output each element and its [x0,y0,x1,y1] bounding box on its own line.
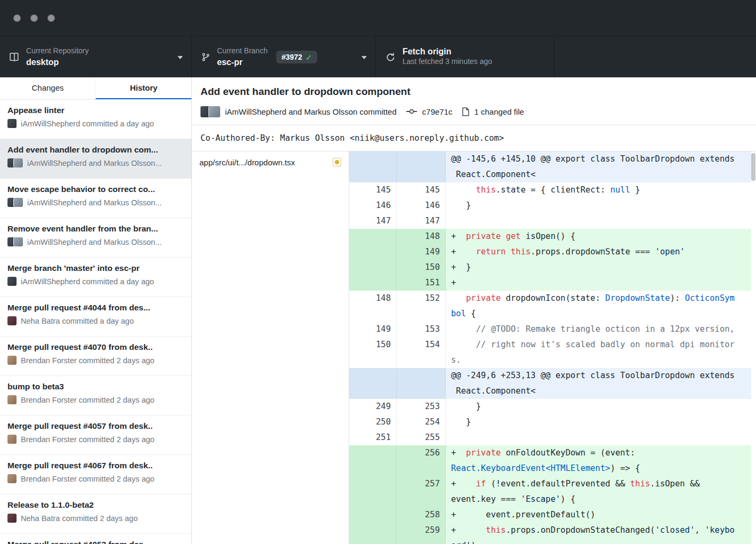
commit-meta: Brendan Forster committed 2 days ago [7,356,184,365]
current-branch-label: Current Branch [217,46,268,56]
commit-title: Remove event handler from the bran... [7,224,184,234]
diff-code-line: + if (!event.defaultPrevented && this.is… [446,476,751,507]
diff-row: 150+ } [349,260,751,275]
new-line-number: 258 [397,507,446,523]
diff-row: 249253 } [349,399,751,414]
avatar [7,395,17,404]
git-commit-icon [406,107,417,116]
commit-title: Merge pull request #4053 from des... [7,540,184,544]
commit-avatars [7,119,17,128]
file-list-item[interactable]: app/src/ui/t.../dropdown.tsx [192,151,349,173]
commit-sha[interactable]: c79e71c [422,107,453,116]
commit-list-item[interactable]: Merge pull request #4057 from desk..Bren… [0,415,191,455]
commit-list-item[interactable]: Add event handler to dropdown com...iAmW… [0,139,191,179]
old-line-number [349,229,397,244]
commit-list-item[interactable]: Merge pull request #4070 from desk..Bren… [0,337,191,376]
commit-meta-text: Brendan Forster committed 2 days ago [21,356,155,365]
commit-list-item[interactable]: Merge pull request #4053 from des... [0,534,191,544]
commit-meta: Brendan Forster committed 2 days ago [7,474,184,483]
new-line-number: 147 [397,213,446,229]
new-line-number: 146 [397,198,446,213]
old-line-number [349,507,397,523]
avatar [7,316,17,325]
commit-list-item[interactable]: bump to beta3Brendan Forster committed 2… [0,376,191,415]
diff-code-line: } [446,399,751,414]
commit-avatars [7,395,17,404]
old-line-number: 145 [349,182,397,198]
old-line-number [349,368,397,399]
current-repository-label: Current Repository [26,46,89,56]
avatar [7,514,17,523]
history-sidebar: Changes History Appease linteriAmWillShe… [0,77,192,544]
new-line-number: 152 [397,291,446,322]
minimize-window-button[interactable] [30,14,38,22]
commit-title: Release to 1.1.0-beta2 [7,500,184,510]
diff-code-line: + this.props.onDropdownStateChanged('clo… [446,523,751,544]
fetch-origin-button[interactable]: Fetch origin Last fetched 3 minutes ago [376,37,554,77]
commit-list-item[interactable]: Appease linteriAmWillShepherd committed … [0,100,191,139]
commit-list-item[interactable]: Merge pull request #4044 from des...Neha… [0,297,191,337]
diff-row: 148152 private dropdownIcon(state: Dropd… [349,291,751,322]
vertical-scrollbar-thumb[interactable] [751,153,755,181]
commit-meta: iAmWillShepherd committed a day ago [7,119,184,128]
commit-description: Co-Authored-By: Markus Olsson <niik@user… [192,125,756,151]
commit-meta-text: iAmWillShepherd committed a day ago [21,119,154,128]
commit-avatars [7,316,17,325]
avatar [14,198,23,207]
commit-list-item[interactable]: Release to 1.1.0-beta2Neha Batra committ… [0,494,191,534]
commit-meta: Brendan Forster committed 2 days ago [7,395,184,404]
diff-code-line: @@ -249,6 +253,13 @@ export class Toolba… [446,368,751,399]
commit-title: Merge pull request #4044 from des... [7,303,184,313]
diff-row: 250254 } [349,414,751,430]
diff-code-line: + private onFoldoutKeyDown = (event: Rea… [446,445,751,476]
diff-row: 259+ this.props.onDropdownStateChanged('… [349,523,751,544]
chevron-down-icon [361,56,367,59]
current-repository-button[interactable]: Current Repository desktop [0,37,192,77]
current-branch-button[interactable]: Current Branch esc-pr #3972 ✓ [192,37,376,77]
commit-list-item[interactable]: Merge pull request #4067 from desk..Bren… [0,455,191,494]
commit-title: Merge pull request #4067 from desk.. [7,461,184,470]
commit-list-item[interactable]: Move escape behavior to correct co...iAm… [0,179,191,218]
avatar [7,277,17,286]
new-line-number: 256 [397,445,446,476]
commit-meta-text: Neha Batra committed 2 days ago [21,514,138,523]
new-line-number [397,151,446,182]
commit-list-item[interactable]: Merge branch 'master' into esc-priAmWill… [0,258,191,297]
diff-row: 257+ if (!event.defaultPrevented && this… [349,476,751,507]
new-line-number: 259 [397,523,446,544]
diff-code-line: } [446,198,751,213]
committer-avatars [200,106,220,117]
commit-title: Appease linter [7,106,184,115]
diff-row: 150154 // right now it's scaled badly on… [349,337,751,368]
new-line-number: 257 [397,476,446,507]
close-window-button[interactable] [13,14,21,22]
modified-status-icon [333,158,341,166]
commit-avatars [7,514,17,523]
old-line-number: 147 [349,213,397,229]
old-line-number: 250 [349,414,397,430]
diff-code-line: + return this.props.dropdownState === 'o… [446,244,751,260]
new-line-number: 151 [397,275,446,291]
tab-history[interactable]: History [95,77,191,99]
new-line-number: 153 [397,322,446,337]
commit-avatars [7,198,23,207]
sidebar-tabs: Changes History [0,77,191,100]
diff-row: @@ -145,6 +145,10 @@ export class Toolba… [349,151,751,182]
commit-avatars [7,237,23,246]
old-line-number [349,260,397,275]
old-line-number: 149 [349,322,397,337]
tab-changes[interactable]: Changes [0,77,95,99]
maximize-window-button[interactable] [47,14,55,22]
pr-number: #3972 [282,53,302,61]
diff-row: @@ -249,6 +253,13 @@ export class Toolba… [349,368,751,399]
diff-view: @@ -145,6 +145,10 @@ export class Toolba… [349,151,756,544]
new-line-number: 145 [397,182,446,198]
avatar [14,237,23,246]
commit-meta: iAmWillShepherd and Markus Olsson... [7,198,184,207]
diff-code-line: // @TODO: Remake triangle octicon in a 1… [446,322,751,337]
new-line-number [397,368,446,399]
commit-list-item[interactable]: Remove event handler from the bran...iAm… [0,218,191,258]
old-line-number [349,151,397,182]
diff-code-line: private dropdownIcon(state: DropdownStat… [446,291,751,322]
new-line-number: 150 [397,260,446,275]
